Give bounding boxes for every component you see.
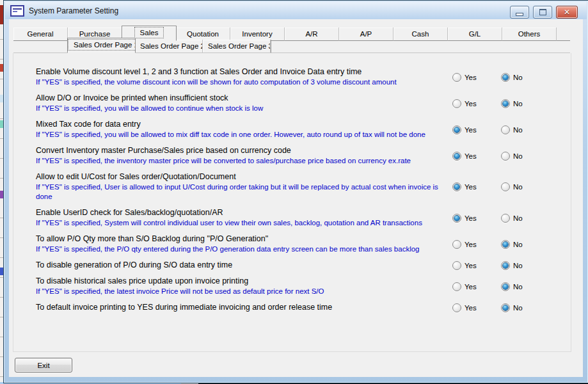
maximize-icon xyxy=(539,9,546,15)
setting-row: To disable historical sales price update… xyxy=(36,276,550,296)
no-radio[interactable] xyxy=(501,303,510,312)
minimize-icon xyxy=(516,13,523,16)
yes-radio[interactable] xyxy=(452,303,461,312)
title-bar[interactable]: System Parameter Setting ✕ xyxy=(5,2,587,19)
no-radio[interactable] xyxy=(501,214,510,223)
tab-strip-filler xyxy=(557,28,570,41)
tab-cash[interactable]: Cash xyxy=(393,28,448,41)
no-radio[interactable] xyxy=(501,182,510,191)
tab-others[interactable]: Others xyxy=(502,28,557,41)
no-label: No xyxy=(513,262,523,269)
close-icon: ✕ xyxy=(564,8,570,16)
setting-description: If "YES" is specified, you will be allow… xyxy=(36,130,452,140)
yes-radio[interactable] xyxy=(452,73,461,82)
setting-row: Mixed Tax code for data entry If "YES" i… xyxy=(36,119,550,140)
setting-label: Convert Inventory master Purchase/Sales … xyxy=(36,145,452,156)
system-parameter-setting-window: System Parameter Setting ✕ General Purch… xyxy=(3,0,588,383)
no-label: No xyxy=(513,152,523,160)
yes-label: Yes xyxy=(465,74,477,81)
yes-radio[interactable] xyxy=(452,261,461,270)
setting-row: Allow to edit U/Cost for Sales order/Quo… xyxy=(36,172,550,202)
no-label: No xyxy=(513,283,523,291)
settings-list: Enable Volume discount level 1, 2 and 3 … xyxy=(36,67,550,318)
window-title: System Parameter Setting xyxy=(29,6,118,15)
setting-label: To allow P/O Qty more than S/O Backlog d… xyxy=(36,234,452,244)
yes-radio[interactable] xyxy=(452,240,461,249)
tab-ar[interactable]: A/R xyxy=(285,28,339,41)
sub-tab-lead-space xyxy=(13,40,68,53)
minimize-button[interactable] xyxy=(510,6,529,19)
tab-inventory[interactable]: Inventory xyxy=(230,28,285,41)
yes-radio[interactable] xyxy=(452,282,461,291)
close-button[interactable]: ✕ xyxy=(556,6,578,19)
no-radio[interactable] xyxy=(501,125,510,134)
tab-gl[interactable]: G/L xyxy=(448,28,502,41)
setting-label: Allow D/O or Invoice be printed when ins… xyxy=(36,93,452,103)
no-radio[interactable] xyxy=(501,152,510,161)
setting-row: Convert Inventory master Purchase/Sales … xyxy=(36,145,550,166)
tab-quotation[interactable]: Quotation xyxy=(176,28,230,41)
no-label: No xyxy=(513,214,523,222)
setting-description: If "YES" is specified, the latest invoic… xyxy=(36,287,452,296)
tab-sales-order-page-1[interactable]: Sales Order Page 1 xyxy=(67,38,136,53)
yes-label: Yes xyxy=(465,262,477,269)
window-controls: ✕ xyxy=(510,6,578,19)
setting-description: If "YES" is specified, User is allowed t… xyxy=(36,182,452,202)
yes-label: Yes xyxy=(465,100,477,108)
no-radio[interactable] xyxy=(501,240,510,249)
setting-label: Allow to edit U/Cost for Sales order/Quo… xyxy=(36,172,452,182)
no-label: No xyxy=(513,304,523,312)
setting-description: If "YES" is specified, the volume discou… xyxy=(36,77,452,87)
dialog-client-area: General Purchase Sales Quotation Invento… xyxy=(9,19,583,377)
setting-label: Mixed Tax code for data entry xyxy=(36,119,452,129)
no-radio[interactable] xyxy=(501,73,510,82)
tab-sales-order-page-2[interactable]: Sales Order Page 2 xyxy=(135,40,203,53)
yes-radio[interactable] xyxy=(452,214,461,223)
yes-radio[interactable] xyxy=(452,125,461,134)
setting-description: If "YES" is specified, the P/O qty enter… xyxy=(36,244,452,254)
setting-description: If "YES" is specified, the inventory mas… xyxy=(36,156,452,166)
sub-tab-strip-filler xyxy=(271,40,570,53)
yes-radio[interactable] xyxy=(452,152,461,161)
setting-row: To allow P/O Qty more than S/O Backlog d… xyxy=(36,234,550,254)
yes-label: Yes xyxy=(465,152,477,160)
setting-description: If "YES" is specified, you will be allow… xyxy=(36,104,452,113)
setting-label: To disable generation of P/O during S/O … xyxy=(36,260,452,270)
tab-general[interactable]: General xyxy=(13,28,68,41)
no-radio[interactable] xyxy=(501,261,510,270)
sales-sub-tab-strip: Sales Order Page 1 Sales Order Page 2 Sa… xyxy=(13,40,570,53)
no-label: No xyxy=(513,241,523,248)
yes-radio[interactable] xyxy=(452,182,461,191)
setting-row: Enable Volume discount level 1, 2 and 3 … xyxy=(36,67,550,87)
yes-label: Yes xyxy=(465,126,477,134)
no-radio[interactable] xyxy=(501,282,510,291)
yes-label: Yes xyxy=(465,183,477,191)
tab-ap[interactable]: A/P xyxy=(339,28,393,41)
setting-row: To disable generation of P/O during S/O … xyxy=(36,260,550,270)
form-icon xyxy=(10,5,24,17)
setting-label: To disable historical sales price update… xyxy=(36,276,452,286)
no-label: No xyxy=(513,74,523,81)
setting-description: If "YES" is specified, System will contr… xyxy=(36,218,452,228)
yes-label: Yes xyxy=(465,304,477,312)
tab-sales-order-page-3[interactable]: Sales Order Page 3 xyxy=(203,40,271,53)
no-label: No xyxy=(513,126,523,134)
setting-label: Enable UserID check for Sales/backlog/qu… xyxy=(36,207,452,218)
maximize-button[interactable] xyxy=(533,6,552,19)
yes-label: Yes xyxy=(465,214,477,222)
no-label: No xyxy=(513,100,523,108)
exit-button[interactable]: Exit xyxy=(15,358,72,372)
setting-row: Enable UserID check for Sales/backlog/qu… xyxy=(36,207,550,228)
yes-radio[interactable] xyxy=(452,99,461,108)
yes-label: Yes xyxy=(465,241,477,248)
setting-label: Enable Volume discount level 1, 2 and 3 … xyxy=(36,67,452,77)
yes-label: Yes xyxy=(465,283,477,291)
setting-label: To default invoice printing to YES durin… xyxy=(36,302,452,312)
setting-row: To default invoice printing to YES durin… xyxy=(36,302,550,312)
no-radio[interactable] xyxy=(501,99,510,108)
setting-row: Allow D/O or Invoice be printed when ins… xyxy=(36,93,550,113)
no-label: No xyxy=(513,183,523,191)
